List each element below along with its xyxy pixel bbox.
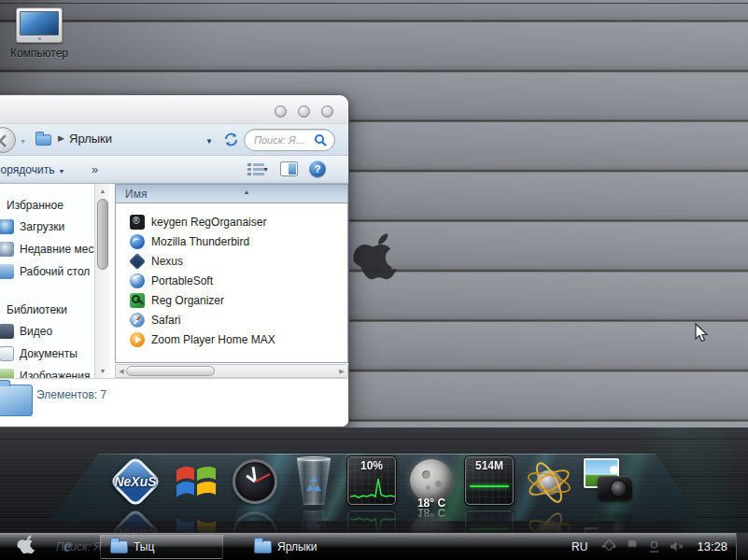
file-row[interactable]: keygen RegOrganaiser bbox=[116, 212, 347, 231]
sidebar-item-video[interactable]: Видео bbox=[0, 320, 94, 343]
ram-value: 514M bbox=[466, 459, 513, 472]
scroll-right-arrow[interactable]: ▶ bbox=[336, 365, 347, 377]
explorer-main: Избранное Загрузки Недавние места Рабочи… bbox=[0, 184, 348, 378]
dock: NeXuS 10% 18° C bbox=[108, 456, 633, 507]
folder-icon bbox=[110, 540, 128, 553]
dock-ram-meter[interactable]: 514M bbox=[465, 456, 515, 507]
file-row[interactable]: PortableSoft bbox=[116, 271, 347, 290]
pictures-icon bbox=[0, 369, 14, 378]
hscroll-thumb[interactable] bbox=[126, 366, 215, 376]
details-pane: Элементов: 7 bbox=[0, 378, 348, 427]
sidebar-item-recent[interactable]: Недавние места bbox=[0, 238, 94, 260]
breadcrumb-folder[interactable]: Ярлыки bbox=[69, 132, 112, 146]
sidebar-item-documents[interactable]: Документы bbox=[0, 343, 94, 365]
language-indicator[interactable]: RU bbox=[572, 540, 587, 553]
dock-cpu-meter[interactable]: 10% bbox=[347, 456, 398, 507]
address-folder-icon bbox=[35, 134, 51, 146]
dock-weather[interactable]: 18° C bbox=[406, 456, 457, 507]
dock-clock[interactable] bbox=[230, 456, 280, 507]
ghost-search-text: Поиск: Я bbox=[56, 540, 102, 553]
command-toolbar: Упорядочить▼ » ▼ ? bbox=[0, 156, 348, 184]
action-center-flag-icon[interactable] bbox=[626, 539, 639, 553]
keygen-icon bbox=[130, 215, 145, 230]
taskbar-clock[interactable]: 13:28 bbox=[697, 539, 727, 553]
computer-icon-label: Компьютер bbox=[9, 47, 69, 60]
file-row[interactable]: Reg Organizer bbox=[116, 290, 347, 310]
items-count: Элементов: 7 bbox=[36, 388, 106, 401]
file-row[interactable]: Nexus bbox=[116, 251, 347, 271]
recent-places-icon bbox=[0, 242, 14, 257]
explorer-window: ▼ ▶ Ярлыки ▼ Поиск: Я... Упорядочить▼ » bbox=[0, 94, 349, 427]
cpu-percent: 10% bbox=[348, 459, 395, 472]
system-tray: RU 13:28 bbox=[572, 533, 748, 560]
sidebar-scroll-thumb[interactable] bbox=[97, 199, 108, 270]
horizontal-scrollbar[interactable]: ◀ ▶ bbox=[115, 364, 348, 378]
maximize-button[interactable] bbox=[298, 105, 310, 118]
favorites-group-header[interactable]: Избранное bbox=[0, 195, 94, 216]
network-icon[interactable] bbox=[647, 539, 660, 553]
dock-nexus[interactable]: NeXuS bbox=[108, 456, 162, 507]
file-row[interactable]: Mozilla Thunderbird bbox=[116, 231, 347, 251]
sidebar-scrollbar[interactable]: ▲ ▼ bbox=[94, 184, 110, 378]
column-header-name[interactable]: Имя▲ bbox=[116, 185, 347, 203]
scroll-up-arrow[interactable]: ▲ bbox=[96, 185, 109, 197]
atom-globe-icon bbox=[524, 456, 574, 507]
sidebar-item-desktop[interactable]: Рабочий стол bbox=[0, 260, 94, 283]
wallpaper-seam bbox=[0, 3, 748, 4]
close-button[interactable] bbox=[321, 105, 333, 118]
dock-atom[interactable] bbox=[524, 456, 574, 507]
dock-windows[interactable] bbox=[171, 456, 221, 507]
cpu-graph bbox=[348, 474, 396, 502]
refresh-icon[interactable] bbox=[223, 132, 239, 151]
window-titlebar[interactable] bbox=[0, 95, 348, 124]
sidebar-item-downloads[interactable]: Загрузки bbox=[0, 216, 94, 238]
organize-menu[interactable]: Упорядочить▼ bbox=[0, 163, 64, 176]
recycle-symbol-icon bbox=[303, 474, 324, 493]
taskbar: e Поиск: Я Тыц Ярлыки RU 13:28 bbox=[0, 533, 748, 560]
preview-pane-button[interactable] bbox=[280, 161, 298, 176]
help-button[interactable]: ? bbox=[309, 161, 326, 177]
minimize-button[interactable] bbox=[275, 105, 287, 118]
dock-recycle-bin[interactable] bbox=[289, 456, 339, 507]
computer-icon bbox=[16, 7, 63, 43]
taskbar-button-yarlyki[interactable]: Ярлыки bbox=[245, 534, 327, 559]
address-dropdown-icon[interactable]: ▼ bbox=[205, 137, 213, 146]
folder-icon bbox=[254, 540, 272, 553]
dock-photos[interactable] bbox=[583, 456, 633, 507]
file-row[interactable]: Zoom Player Home MAX bbox=[116, 329, 347, 349]
scroll-down-arrow[interactable]: ▼ bbox=[96, 365, 109, 377]
desktop-icon-computer[interactable]: Компьютер bbox=[9, 7, 69, 60]
windows-logo-icon bbox=[171, 456, 221, 507]
change-view-button[interactable]: ▼ bbox=[247, 162, 269, 176]
nexus-file-icon bbox=[129, 252, 146, 269]
nexus-logo-text: NeXuS bbox=[108, 474, 162, 489]
search-input[interactable]: Поиск: Я... bbox=[244, 129, 335, 151]
temperature: 18° C bbox=[406, 497, 457, 510]
selected-folder-icon bbox=[0, 385, 33, 416]
mouse-cursor bbox=[695, 323, 710, 343]
sort-ascending-icon: ▲ bbox=[243, 184, 249, 202]
reg-organizer-icon bbox=[130, 293, 145, 308]
address-bar: ▼ ▶ Ярлыки ▼ Поиск: Я... bbox=[0, 124, 348, 156]
taskbar-button-tyts[interactable]: Тыц bbox=[100, 534, 223, 559]
ram-graph-line bbox=[470, 485, 509, 487]
search-icon[interactable] bbox=[314, 133, 328, 147]
start-button-apple[interactable] bbox=[13, 535, 39, 558]
libraries-group-header[interactable]: Библиотеки bbox=[0, 300, 94, 320]
view-list-icon bbox=[247, 162, 264, 176]
documents-icon bbox=[0, 346, 14, 361]
volume-icon[interactable] bbox=[669, 539, 684, 553]
toolbar-overflow-chevron[interactable]: » bbox=[92, 162, 98, 176]
back-button[interactable] bbox=[0, 127, 16, 153]
nexus-tray-icon[interactable] bbox=[600, 539, 617, 553]
sidebar-item-pictures[interactable]: Изображения bbox=[0, 365, 94, 378]
back-history-chevron[interactable]: ▼ bbox=[20, 138, 26, 145]
show-desktop-button[interactable] bbox=[736, 533, 748, 560]
thunderbird-icon bbox=[130, 234, 145, 249]
file-row[interactable]: Safari bbox=[116, 310, 347, 329]
navigation-pane: Избранное Загрузки Недавние места Рабочи… bbox=[0, 184, 94, 378]
breadcrumb-arrow-icon[interactable]: ▶ bbox=[58, 133, 64, 143]
zoom-player-icon bbox=[130, 332, 145, 347]
apple-logo-wallpaper bbox=[352, 232, 399, 290]
search-placeholder: Поиск: Я... bbox=[254, 134, 314, 146]
